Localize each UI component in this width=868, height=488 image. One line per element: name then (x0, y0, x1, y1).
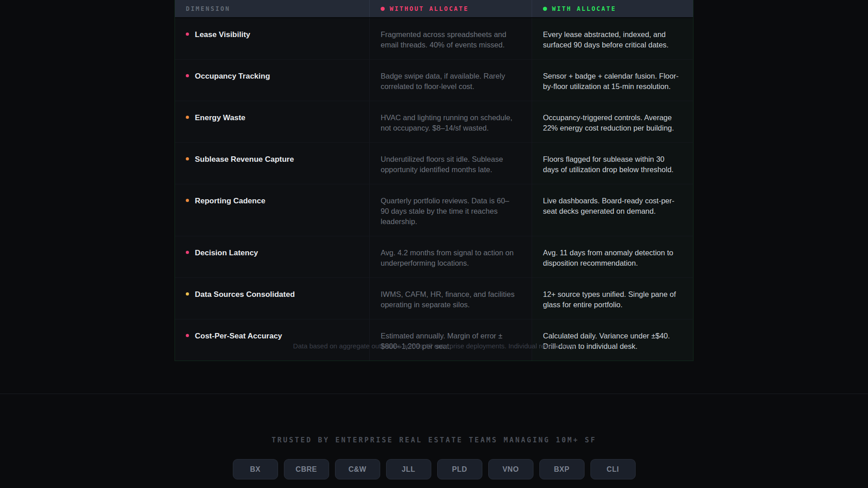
dimension-cell: Lease Visibility (175, 18, 369, 59)
column-header-label: WITH ALLOCATE (552, 5, 616, 12)
table-row-occupancy-tracking: Occupancy Tracking Badge swipe data, if … (175, 59, 693, 101)
table-row-reporting-cadence: Reporting Cadence Quarterly portfolio re… (175, 184, 693, 236)
without-allocate-cell: Quarterly portfolio reviews. Data is 60–… (369, 184, 532, 236)
table-header-row: DIMENSION WITHOUT ALLOCATE WITH ALLOCATE (175, 0, 693, 18)
table-row-cost-per-seat-accuracy: Cost-Per-Seat Accuracy Estimated annuall… (175, 319, 693, 361)
without-allocate-cell: IWMS, CAFM, HR, finance, and facilities … (369, 278, 532, 319)
logo-row: BX CBRE C&W JLL PLD VNO BXP CLI (0, 459, 868, 479)
table-row-decision-latency: Decision Latency Avg. 4.2 months from si… (175, 236, 693, 277)
severity-dot-icon (186, 199, 189, 202)
with-allocate-dot-icon (543, 7, 547, 11)
with-allocate-cell: 12+ source types unified. Single pane of… (532, 278, 693, 319)
logo-chip-pld: PLD (437, 459, 482, 479)
without-allocate-cell: Fragmented across spreadsheets and email… (369, 18, 532, 59)
severity-dot-icon (186, 33, 189, 36)
table-row-lease-visibility: Lease Visibility Fragmented across sprea… (175, 18, 693, 59)
without-allocate-cell: HVAC and lighting running on schedule, n… (369, 101, 532, 142)
dimension-label: Sublease Revenue Capture (195, 154, 294, 164)
dimension-cell: Energy Waste (175, 101, 369, 142)
column-header-dimension: DIMENSION (175, 0, 369, 17)
table-footnote: Data based on aggregate outcomes across … (0, 342, 868, 350)
dimension-label: Lease Visibility (195, 29, 250, 40)
dimension-label: Cost-Per-Seat Accuracy (195, 331, 282, 341)
logo-chip-jll: JLL (386, 459, 431, 479)
severity-dot-icon (186, 251, 189, 254)
without-allocate-cell: Underutilized floors sit idle. Sublease … (369, 143, 532, 184)
column-header-without-allocate: WITHOUT ALLOCATE (369, 0, 532, 17)
with-allocate-cell: Calculated daily. Variance under ±$40. D… (532, 319, 693, 361)
logo-chip-cbre: CBRE (284, 459, 329, 479)
page: DIMENSION WITHOUT ALLOCATE WITH ALLOCATE… (0, 0, 868, 488)
dimension-label: Reporting Cadence (195, 196, 265, 206)
trusted-by-heading: TRUSTED BY ENTERPRISE REAL ESTATE TEAMS … (0, 436, 868, 444)
with-allocate-cell: Occupancy-triggered controls. Average 22… (532, 101, 693, 142)
with-allocate-cell: Floors flagged for sublease within 30 da… (532, 143, 693, 184)
dimension-cell: Reporting Cadence (175, 184, 369, 236)
dimension-label: Data Sources Consolidated (195, 289, 295, 300)
without-allocate-cell: Badge swipe data, if available. Rarely c… (369, 60, 532, 101)
table-body: Lease Visibility Fragmented across sprea… (175, 18, 693, 361)
dimension-cell: Data Sources Consolidated (175, 278, 369, 319)
severity-dot-icon (186, 74, 189, 77)
logo-chip-bxp: BXP (539, 459, 585, 479)
severity-dot-icon (186, 157, 189, 160)
section-divider (0, 394, 868, 394)
without-allocate-dot-icon (381, 7, 385, 11)
severity-dot-icon (186, 292, 189, 296)
dimension-cell: Occupancy Tracking (175, 60, 369, 101)
severity-dot-icon (186, 116, 189, 119)
dimension-label: Occupancy Tracking (195, 71, 270, 81)
table-row-data-sources-consolidated: Data Sources Consolidated IWMS, CAFM, HR… (175, 277, 693, 319)
column-header-label: DIMENSION (186, 5, 230, 12)
dimension-label: Decision Latency (195, 248, 258, 258)
without-allocate-cell: Avg. 4.2 months from signal to action on… (369, 236, 532, 277)
column-header-label: WITHOUT ALLOCATE (390, 5, 469, 12)
with-allocate-cell: Sensor + badge + calendar fusion. Floor-… (532, 60, 693, 101)
dimension-label: Energy Waste (195, 113, 245, 123)
without-allocate-cell: Estimated annually. Margin of error ±$80… (369, 319, 532, 361)
column-header-with-allocate: WITH ALLOCATE (532, 0, 693, 17)
logo-chip-cw: C&W (335, 459, 380, 479)
with-allocate-cell: Every lease abstracted, indexed, and sur… (532, 18, 693, 59)
dimension-cell: Decision Latency (175, 236, 369, 277)
logo-chip-vno: VNO (488, 459, 533, 479)
dimension-cell: Cost-Per-Seat Accuracy (175, 319, 369, 361)
logo-chip-cli: CLI (590, 459, 636, 479)
comparison-table: DIMENSION WITHOUT ALLOCATE WITH ALLOCATE… (175, 0, 693, 361)
logo-chip-bx: BX (233, 459, 278, 479)
with-allocate-cell: Avg. 11 days from anomaly detection to d… (532, 236, 693, 277)
with-allocate-cell: Live dashboards. Board-ready cost-per-se… (532, 184, 693, 236)
dimension-cell: Sublease Revenue Capture (175, 143, 369, 184)
table-row-sublease-revenue-capture: Sublease Revenue Capture Underutilized f… (175, 142, 693, 184)
severity-dot-icon (186, 334, 189, 337)
table-row-energy-waste: Energy Waste HVAC and lighting running o… (175, 101, 693, 142)
